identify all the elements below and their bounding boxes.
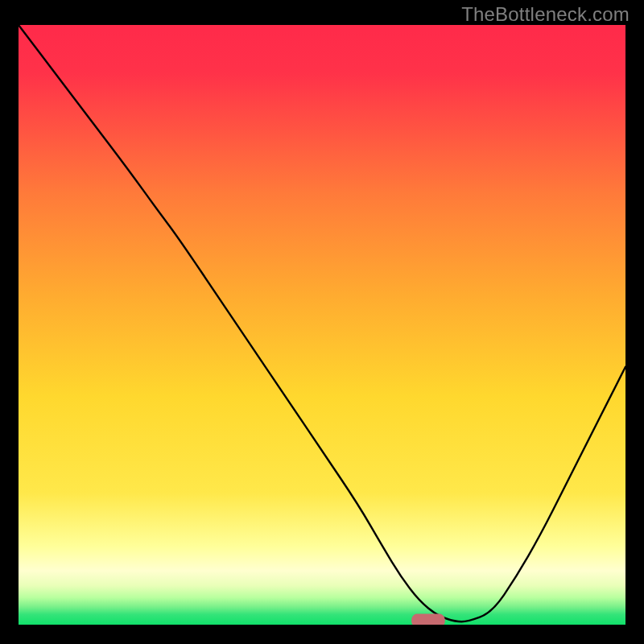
chart-frame: TheBottleneck.com [0,0,644,644]
plot-gradient [19,25,625,625]
watermark-text: TheBottleneck.com [461,3,630,26]
chart-svg [0,0,644,644]
